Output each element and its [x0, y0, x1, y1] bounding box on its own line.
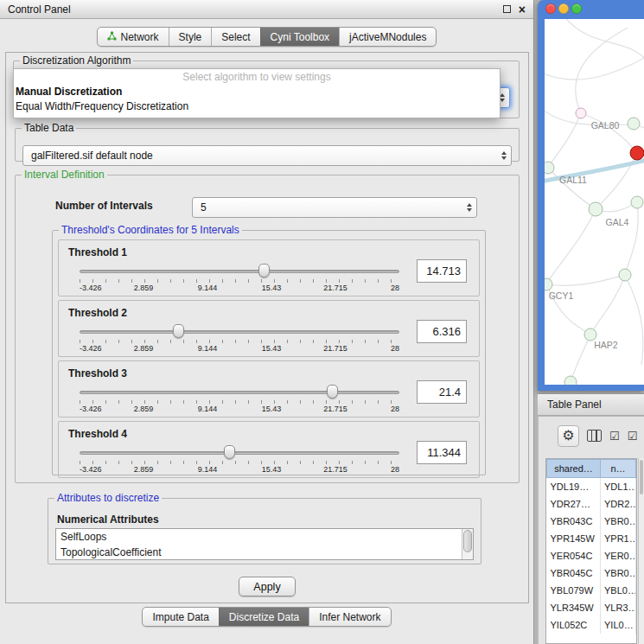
slider-scale-labels: -3.4262.8599.14415.4321.71528	[80, 284, 399, 293]
select-none-checkbox-icon[interactable]: ☑	[628, 430, 638, 442]
threshold-label: Threshold 2	[68, 307, 127, 319]
table-row[interactable]: YBR043CYBR0…	[547, 513, 636, 530]
table-cell[interactable]: YDL1…	[601, 478, 636, 495]
slider-track[interactable]	[80, 330, 399, 334]
slider-track[interactable]	[80, 270, 399, 273]
threshold-slider[interactable]	[80, 324, 399, 339]
table-row[interactable]: YDR27…YDR2…	[547, 495, 636, 513]
network-graph[interactable]: GAL80GAL11GAL4GCY1HAP2	[545, 19, 644, 385]
column-header-shared-name[interactable]: shared…	[547, 460, 601, 478]
slider-track[interactable]	[80, 451, 399, 455]
apply-button[interactable]: Apply	[239, 577, 296, 596]
window-controls	[545, 3, 582, 14]
table-cell[interactable]: YLR345W	[547, 599, 601, 616]
close-traffic-light-icon[interactable]	[545, 3, 556, 14]
table-cell[interactable]: YDR2…	[601, 495, 636, 513]
columns-icon[interactable]	[587, 430, 602, 442]
table-row[interactable]: YIL052CYIL0…	[547, 616, 636, 634]
tab-impute-data[interactable]: Impute Data	[143, 608, 218, 626]
right-panel: GAL80GAL11GAL4GCY1HAP2 Table Panel ⚙ ☑ ☑…	[538, 0, 644, 644]
interval-definition-group: Interval Definition Number of Intervals …	[15, 169, 520, 483]
tab-label: Style	[179, 31, 202, 43]
zoom-traffic-light-icon[interactable]	[571, 3, 582, 14]
table-scrollbar[interactable]	[638, 458, 644, 644]
table-row[interactable]: YBL079WYBL0…	[547, 582, 636, 599]
bottom-tabbar: Impute DataDiscretize DataInfer Network	[0, 607, 533, 627]
tab-infer-network[interactable]: Infer Network	[309, 608, 390, 626]
table-data-combobox[interactable]: galFiltered.sif default node	[22, 145, 512, 166]
threshold-slider[interactable]	[80, 385, 399, 399]
network-icon	[107, 31, 117, 43]
slider-thumb[interactable]	[258, 264, 270, 277]
slider-track[interactable]	[80, 391, 399, 394]
table-cell[interactable]: YIL0…	[601, 616, 636, 634]
tab-label: Impute Data	[152, 611, 208, 623]
table-cell[interactable]: YDL19…	[547, 478, 601, 495]
tab-network[interactable]: Network	[98, 28, 169, 46]
tab-label: Discretize Data	[229, 611, 299, 623]
tab-label: jActiveMNodules	[349, 31, 426, 43]
scrollbar-thumb[interactable]	[640, 460, 643, 494]
table-cell[interactable]: YIL052C	[547, 616, 601, 634]
threshold-value-field[interactable]: 21.4	[417, 380, 467, 404]
column-header-name[interactable]: n…	[601, 460, 636, 478]
numerical-attributes-list[interactable]: SelfLoopsTopologicalCoefficientBetweenne…	[55, 528, 474, 560]
slider-scale-labels: -3.4262.8599.14415.4321.71528	[80, 405, 399, 414]
number-of-intervals-combobox[interactable]: 5	[192, 197, 477, 218]
control-panel-titlebar: Control Panel ×	[0, 0, 533, 19]
group-title: Threshold's Coordinates for 5 Intervals	[59, 224, 242, 236]
table-cell[interactable]: YLR3…	[601, 599, 636, 616]
window-title: Control Panel	[8, 3, 503, 16]
threshold-slider[interactable]	[80, 264, 399, 278]
table-cell[interactable]: YBR043C	[547, 513, 601, 530]
node-attribute-table[interactable]: shared… n… YDL19…YDL1…YDR27…YDR2…YBR043C…	[545, 458, 637, 644]
threshold-label: Threshold 1	[68, 246, 127, 258]
tab-discretize-data[interactable]: Discretize Data	[219, 608, 309, 626]
table-row[interactable]: YPR145WYPR1…	[547, 530, 636, 547]
table-panel-titlebar[interactable]: Table Panel	[538, 393, 644, 416]
scrollbar-thumb[interactable]	[463, 530, 472, 552]
threshold-value-field[interactable]: 11.344	[417, 441, 467, 464]
table-cell[interactable]: YER054C	[547, 547, 601, 564]
close-icon[interactable]: ×	[519, 4, 526, 15]
table-cell[interactable]: YPR1…	[601, 530, 636, 547]
control-panel-window: Control Panel × NetworkStyleSelectCyni T…	[0, 0, 534, 644]
table-cell[interactable]: YER0…	[601, 547, 636, 564]
threshold-value-field[interactable]: 14.713	[417, 259, 467, 283]
table-cell[interactable]: YBR0…	[601, 513, 636, 530]
table-cell[interactable]: YPR145W	[547, 530, 601, 547]
combo-stepper-icon	[501, 151, 507, 160]
dropdown-option-equal-width-frequency-discretization[interactable]: Equal Width/Frequency Discretization	[14, 99, 500, 114]
group-title: Attributes to discretize	[54, 492, 162, 504]
threshold-value-field[interactable]: 6.316	[417, 320, 467, 343]
attribute-item-topologicalcoefficient[interactable]: TopologicalCoefficient	[56, 545, 473, 560]
table-cell[interactable]: YDR27…	[547, 495, 601, 513]
table-row[interactable]: YDL19…YDL1…	[547, 478, 636, 495]
attribute-item-selfloops[interactable]: SelfLoops	[56, 529, 473, 545]
network-view-window[interactable]: GAL80GAL11GAL4GCY1HAP2	[538, 0, 644, 391]
table-cell[interactable]: YBL079W	[547, 582, 601, 599]
table-settings-button[interactable]: ⚙	[558, 425, 579, 447]
table-cell[interactable]: YBR0…	[601, 564, 636, 582]
slider-thumb[interactable]	[224, 445, 235, 459]
table-row[interactable]: YLR345WYLR3…	[547, 599, 636, 616]
float-window-icon[interactable]	[503, 5, 511, 13]
minimize-traffic-light-icon[interactable]	[558, 3, 569, 14]
slider-thumb[interactable]	[173, 324, 184, 338]
threshold-slider[interactable]	[80, 445, 399, 460]
tab-select[interactable]: Select	[211, 28, 259, 46]
tab-jactivemnodules[interactable]: jActiveMNodules	[339, 28, 436, 46]
tab-cyni-toolbox[interactable]: Cyni Toolbox	[260, 28, 339, 46]
dropdown-option-manual-discretization[interactable]: Manual Discretization	[14, 85, 500, 99]
slider-tick-marks	[80, 400, 399, 404]
slider-thumb[interactable]	[327, 385, 338, 399]
select-all-checkbox-icon[interactable]: ☑	[609, 430, 620, 442]
tab-style[interactable]: Style	[169, 28, 212, 46]
table-row[interactable]: YBR045CYBR0…	[547, 564, 636, 582]
table-cell[interactable]: YBR045C	[547, 564, 601, 582]
table-data-group: Table Data galFiltered.sif default node	[15, 122, 520, 162]
table-cell[interactable]: YBL0…	[601, 582, 636, 599]
table-row[interactable]: YER054CYER0…	[547, 547, 636, 564]
network-canvas[interactable]: GAL80GAL11GAL4GCY1HAP2	[545, 19, 644, 385]
list-scrollbar[interactable]	[462, 529, 473, 559]
